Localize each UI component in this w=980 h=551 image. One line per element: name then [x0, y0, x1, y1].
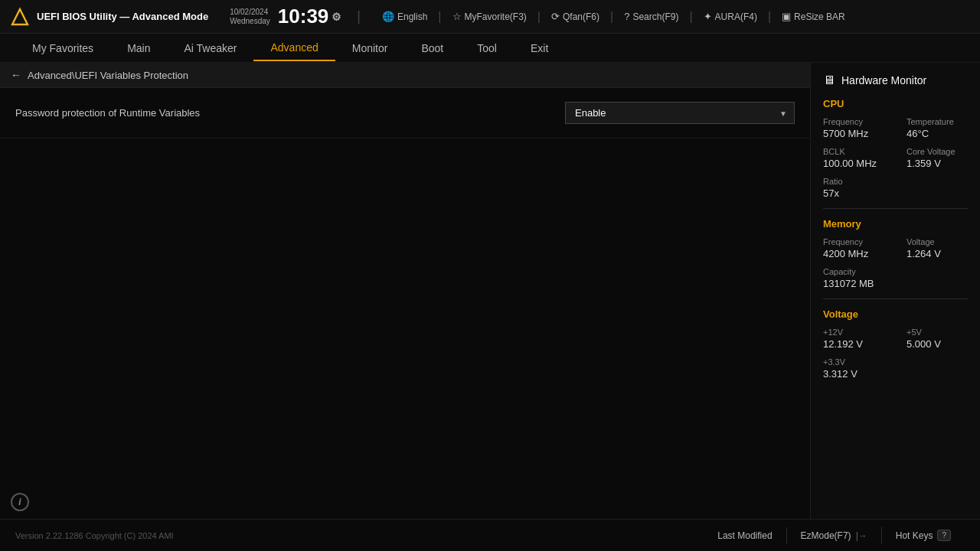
sep2: |	[537, 10, 541, 24]
cpu-freq-temp-row: Frequency 5700 MHz Temperature 46°C	[823, 117, 968, 139]
cpu-memory-divider	[823, 208, 968, 209]
memory-voltage-divider	[823, 298, 968, 299]
date-display: 10/02/2024	[230, 8, 270, 17]
cpu-section-title: CPU	[823, 98, 968, 109]
settings-gear-icon[interactable]: ⚙	[332, 11, 341, 23]
footer: Version 2.22.1286 Copyright (C) 2024 AMI…	[0, 519, 980, 551]
hotkeys-key-icon: ?	[937, 530, 951, 541]
day-display: Wednesday	[230, 17, 270, 26]
mem-capacity-row: Capacity 131072 MB	[823, 267, 968, 289]
nav-menu: My Favorites Main Ai Tweaker Advanced Mo…	[0, 34, 980, 63]
mem-freq-cell: Frequency 4200 MHz	[823, 237, 884, 259]
enable-disable-dropdown[interactable]: Enable Disable	[565, 102, 795, 124]
nav-boot[interactable]: Boot	[404, 36, 460, 60]
mem-freq-label: Frequency	[823, 237, 884, 246]
logo-area: UEFI BIOS Utility — Advanced Mode	[9, 6, 208, 28]
cpu-bclk-cell: BCLK 100.00 MHz	[823, 147, 884, 169]
nav-tool[interactable]: Tool	[460, 36, 514, 60]
resizebar-label: ReSize BAR	[794, 11, 845, 22]
cpu-corevolt-value: 1.359 V	[906, 158, 968, 169]
main-layout: ← Advanced\UEFI Variables Protection Pas…	[0, 63, 980, 519]
mem-volt-label: Voltage	[906, 237, 968, 246]
cpu-bclk-voltage-row: BCLK 100.00 MHz Core Voltage 1.359 V	[823, 147, 968, 169]
cpu-corevolt-cell: Core Voltage 1.359 V	[906, 147, 968, 169]
aura-label: AURA(F4)	[715, 11, 757, 22]
search-tool[interactable]: ? Search(F9)	[624, 11, 678, 22]
datetime: 10/02/2024 Wednesday	[230, 8, 270, 26]
info-icon-area[interactable]: i	[11, 493, 29, 511]
monitor-icon: 🖥	[823, 73, 835, 87]
ezmode-button[interactable]: EzMode(F7) |→	[786, 527, 881, 544]
volt-33-value: 3.312 V	[823, 368, 884, 380]
cpu-ratio-row: Ratio 57x	[823, 177, 968, 199]
back-arrow-icon[interactable]: ←	[11, 69, 21, 81]
hardware-monitor-label: Hardware Monitor	[841, 74, 926, 86]
star-icon: ☆	[452, 11, 462, 22]
volt-33-cell: +3.3V 3.312 V	[823, 357, 884, 380]
ezmode-pipe-icon: |→	[856, 530, 867, 541]
mem-freq-volt-row: Frequency 4200 MHz Voltage 1.264 V	[823, 237, 968, 259]
nav-advanced[interactable]: Advanced	[253, 35, 335, 61]
breadcrumb-text: Advanced\UEFI Variables Protection	[28, 70, 188, 81]
cpu-corevolt-label: Core Voltage	[906, 147, 968, 156]
aura-icon: ✦	[704, 11, 712, 22]
svg-marker-0	[12, 9, 28, 24]
nav-ai-tweaker[interactable]: Ai Tweaker	[167, 36, 253, 60]
volt-5-value: 5.000 V	[906, 338, 968, 350]
content-area: ← Advanced\UEFI Variables Protection Pas…	[0, 63, 810, 519]
footer-right: Last Modified EzMode(F7) |→ Hot Keys ?	[704, 527, 965, 544]
qfan-tool[interactable]: ⟳ Qfan(F6)	[551, 11, 599, 22]
top-tools: 🌐 English | ☆ MyFavorite(F3) | ⟳ Qfan(F6…	[382, 10, 845, 24]
svg-marker-1	[12, 9, 28, 24]
language-tool[interactable]: 🌐 English	[382, 11, 427, 22]
cpu-temp-label: Temperature	[906, 117, 968, 126]
info-circle-icon[interactable]: i	[11, 493, 29, 511]
last-modified-button[interactable]: Last Modified	[704, 527, 786, 544]
sep4: |	[689, 10, 692, 24]
volt-33-label: +3.3V	[823, 357, 884, 367]
cpu-bclk-label: BCLK	[823, 147, 884, 156]
memory-section-title: Memory	[823, 218, 968, 230]
setting-label: Password protection of Runtime Variables	[15, 107, 200, 119]
volt-5-label: +5V	[906, 328, 968, 337]
hotkeys-label: Hot Keys	[896, 530, 933, 541]
search-label: Search(F9)	[632, 11, 678, 22]
volt-12-cell: +12V 12.192 V	[823, 328, 884, 350]
myfavorite-label: MyFavorite(F3)	[465, 11, 527, 22]
cpu-ratio-cell: Ratio 57x	[823, 177, 884, 199]
fan-icon: ⟳	[551, 11, 560, 22]
mem-capacity-label: Capacity	[823, 267, 884, 276]
mem-volt-cell: Voltage 1.264 V	[906, 237, 968, 259]
nav-monitor[interactable]: Monitor	[335, 36, 405, 60]
hotkeys-button[interactable]: Hot Keys ?	[881, 527, 965, 544]
volt-5-cell: +5V 5.000 V	[906, 328, 968, 350]
sep1: |	[438, 10, 441, 24]
resizebar-tool[interactable]: ▣ ReSize BAR	[782, 11, 845, 22]
nav-exit[interactable]: Exit	[514, 36, 565, 60]
footer-version: Version 2.22.1286 Copyright (C) 2024 AMI	[15, 531, 174, 540]
cpu-temp-cell: Temperature 46°C	[906, 117, 968, 139]
dropdown-wrapper[interactable]: Enable Disable	[565, 102, 795, 124]
nav-my-favorites[interactable]: My Favorites	[15, 36, 110, 60]
svg-line-2	[214, 138, 596, 444]
nav-main[interactable]: Main	[110, 36, 167, 60]
asus-logo-icon	[9, 6, 31, 28]
hardware-monitor-panel: 🖥 Hardware Monitor CPU Frequency 5700 MH…	[810, 63, 980, 519]
svg-line-3	[214, 138, 596, 444]
setting-row: Password protection of Runtime Variables…	[0, 88, 810, 139]
cpu-temp-value: 46°C	[906, 128, 968, 139]
aura-tool[interactable]: ✦ AURA(F4)	[704, 11, 757, 22]
clock-display: 10:39 ⚙	[278, 5, 342, 28]
cpu-frequency-cell: Frequency 5700 MHz	[823, 117, 884, 139]
mem-freq-value: 4200 MHz	[823, 248, 884, 259]
sep5: |	[768, 10, 771, 24]
resize-icon: ▣	[782, 11, 791, 22]
cpu-bclk-value: 100.00 MHz	[823, 158, 884, 169]
breadcrumb: ← Advanced\UEFI Variables Protection	[0, 63, 810, 88]
volt-12-5-row: +12V 12.192 V +5V 5.000 V	[823, 328, 968, 350]
myfavorite-tool[interactable]: ☆ MyFavorite(F3)	[452, 11, 527, 22]
cpu-freq-label: Frequency	[823, 117, 884, 126]
mem-capacity-cell: Capacity 131072 MB	[823, 267, 884, 289]
time-display: 10:39	[278, 5, 329, 28]
cpu-ratio-value: 57x	[823, 187, 884, 199]
